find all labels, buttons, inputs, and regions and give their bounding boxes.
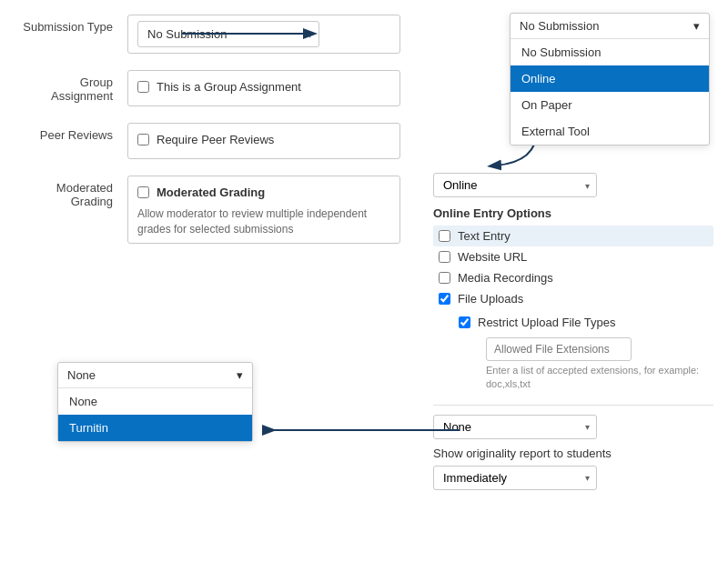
left-bottom-dropdown-current: None bbox=[67, 368, 96, 382]
dropdown-item-turnitin[interactable]: Turnitin bbox=[58, 415, 252, 441]
option-media-recordings[interactable]: Media Recordings bbox=[433, 267, 713, 288]
text-entry-label: Text Entry bbox=[458, 229, 511, 243]
right-top-dropdown-current: No Submission bbox=[520, 19, 599, 33]
left-bottom-dropdown-header[interactable]: None ▾ bbox=[58, 363, 252, 388]
restrict-upload-checkbox[interactable] bbox=[459, 316, 470, 328]
moderated-grading-field: Moderated Grading Allow moderator to rev… bbox=[127, 176, 400, 244]
group-assignment-field: This is a Group Assignment bbox=[127, 70, 400, 106]
peer-reviews-checkbox-label[interactable]: Require Peer Reviews bbox=[137, 129, 390, 150]
text-entry-checkbox[interactable] bbox=[439, 230, 450, 242]
immediately-wrapper[interactable]: Immediately ▾ bbox=[433, 466, 597, 490]
restrict-upload-row[interactable]: Restrict Upload File Types bbox=[453, 313, 713, 332]
right-top-dropdown-arrow: ▾ bbox=[693, 19, 700, 33]
dropdown-item-none[interactable]: None bbox=[58, 388, 252, 415]
left-bottom-dropdown-arrow: ▾ bbox=[237, 368, 243, 382]
option-file-uploads[interactable]: File Uploads bbox=[433, 288, 713, 309]
website-url-label: Website URL bbox=[458, 250, 527, 264]
website-url-checkbox[interactable] bbox=[439, 251, 450, 263]
left-column: Submission Type No Submission ▾ Group As… bbox=[0, 15, 419, 547]
dropdown-item-no-submission[interactable]: No Submission bbox=[511, 39, 709, 65]
online-entry-options-title: Online Entry Options bbox=[433, 206, 713, 220]
moderated-grading-checkbox[interactable] bbox=[137, 186, 149, 198]
group-assignment-checkbox[interactable] bbox=[137, 81, 149, 93]
group-assignment-label: Group Assignment bbox=[18, 70, 127, 103]
option-text-entry[interactable]: Text Entry bbox=[433, 226, 713, 246]
option-website-url[interactable]: Website URL bbox=[433, 246, 713, 267]
group-assignment-row: Group Assignment This is a Group Assignm… bbox=[18, 70, 400, 106]
right-top-dropdown-header[interactable]: No Submission ▾ bbox=[511, 14, 709, 39]
submission-type-label: Submission Type bbox=[18, 15, 127, 34]
immediately-select[interactable]: Immediately bbox=[433, 466, 597, 490]
peer-reviews-field: Require Peer Reviews bbox=[127, 123, 400, 159]
arrow-left-to-dropdown bbox=[259, 416, 469, 444]
restrict-upload-sub: Restrict Upload File Types Enter a list … bbox=[453, 313, 713, 392]
right-main-content: Online ▾ Online Entry Options Text Entry… bbox=[433, 173, 713, 490]
online-select-section: Online ▾ Online Entry Options Text Entry… bbox=[433, 173, 713, 392]
file-uploads-checkbox[interactable] bbox=[439, 293, 450, 305]
bottom-section: None ▾ Show originality report to studen… bbox=[433, 405, 713, 490]
online-select[interactable]: Online bbox=[433, 173, 597, 197]
peer-reviews-checkbox[interactable] bbox=[137, 134, 149, 146]
moderated-grading-row: Moderated Grading Moderated Grading Allo… bbox=[18, 176, 400, 244]
dropdown-item-on-paper[interactable]: On Paper bbox=[511, 92, 709, 118]
restrict-upload-label: Restrict Upload File Types bbox=[478, 316, 616, 329]
moderated-grading-text: Moderated Grading bbox=[157, 186, 265, 199]
left-bottom-dropdown: None ▾ None Turnitin bbox=[57, 362, 253, 442]
media-recordings-checkbox[interactable] bbox=[439, 272, 450, 284]
file-ext-input[interactable] bbox=[486, 337, 632, 361]
dropdown-item-external-tool[interactable]: External Tool bbox=[511, 118, 709, 145]
peer-reviews-text: Require Peer Reviews bbox=[157, 133, 274, 146]
ext-hint: Enter a list of accepted extensions, for… bbox=[486, 364, 713, 392]
file-ext-box: Enter a list of accepted extensions, for… bbox=[486, 337, 713, 392]
peer-reviews-row: Peer Reviews Require Peer Reviews bbox=[18, 123, 400, 159]
file-uploads-label: File Uploads bbox=[458, 292, 523, 306]
dropdown-item-online[interactable]: Online bbox=[511, 65, 709, 92]
group-assignment-checkbox-label[interactable]: This is a Group Assignment bbox=[137, 76, 390, 97]
arrow-right-to-dropdown bbox=[173, 20, 328, 47]
moderated-grading-subtext: Allow moderator to review multiple indep… bbox=[137, 206, 390, 237]
moderated-grading-label: Moderated Grading bbox=[18, 176, 127, 208]
right-top-dropdown: No Submission ▾ No Submission Online On … bbox=[510, 13, 710, 146]
moderated-grading-checkbox-label[interactable]: Moderated Grading bbox=[137, 182, 390, 203]
online-select-wrapper[interactable]: Online ▾ bbox=[433, 173, 597, 197]
peer-reviews-label: Peer Reviews bbox=[18, 123, 127, 142]
show-orig-label: Show originality report to students bbox=[433, 447, 713, 460]
media-recordings-label: Media Recordings bbox=[458, 271, 553, 285]
group-assignment-text: This is a Group Assignment bbox=[157, 80, 301, 94]
